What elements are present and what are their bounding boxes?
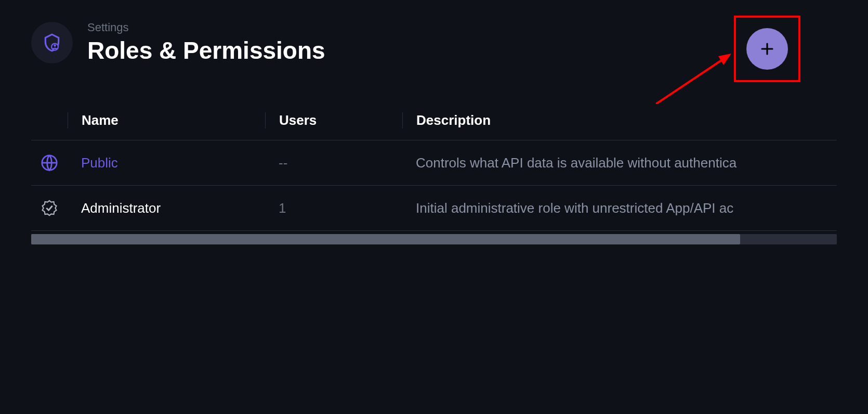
role-name: Public <box>68 155 265 171</box>
shield-person-icon <box>42 33 62 53</box>
role-users-count: -- <box>265 155 402 171</box>
table-header-row: Name Users Description <box>31 101 837 140</box>
row-icon-container <box>31 154 68 172</box>
globe-icon <box>41 154 58 172</box>
svg-marker-3 <box>718 54 731 65</box>
plus-icon <box>759 41 775 57</box>
header-icon-container <box>31 22 73 63</box>
role-users-count: 1 <box>265 200 402 216</box>
header-text: Settings Roles & Permissions <box>87 21 325 64</box>
table-row[interactable]: Administrator 1 Initial administrative r… <box>31 186 837 231</box>
horizontal-scrollbar[interactable] <box>31 234 837 244</box>
table-row[interactable]: Public -- Controls what API data is avai… <box>31 140 837 186</box>
role-description: Controls what API data is available with… <box>402 155 837 171</box>
verified-badge-icon <box>41 199 58 217</box>
role-description: Initial administrative role with unrestr… <box>402 200 837 216</box>
page-title: Roles & Permissions <box>87 36 325 64</box>
add-role-button[interactable] <box>746 28 788 70</box>
table-header-description[interactable]: Description <box>402 112 837 128</box>
row-icon-container <box>31 199 68 217</box>
svg-point-1 <box>54 44 56 47</box>
roles-table: Name Users Description Public -- Control… <box>0 80 868 231</box>
role-name: Administrator <box>68 200 265 216</box>
table-header-users[interactable]: Users <box>265 112 402 128</box>
breadcrumb: Settings <box>87 21 325 34</box>
scrollbar-thumb[interactable] <box>31 234 740 244</box>
page-header: Settings Roles & Permissions <box>0 0 868 80</box>
table-header-name[interactable]: Name <box>68 112 265 128</box>
annotation-highlight-box <box>734 16 800 82</box>
